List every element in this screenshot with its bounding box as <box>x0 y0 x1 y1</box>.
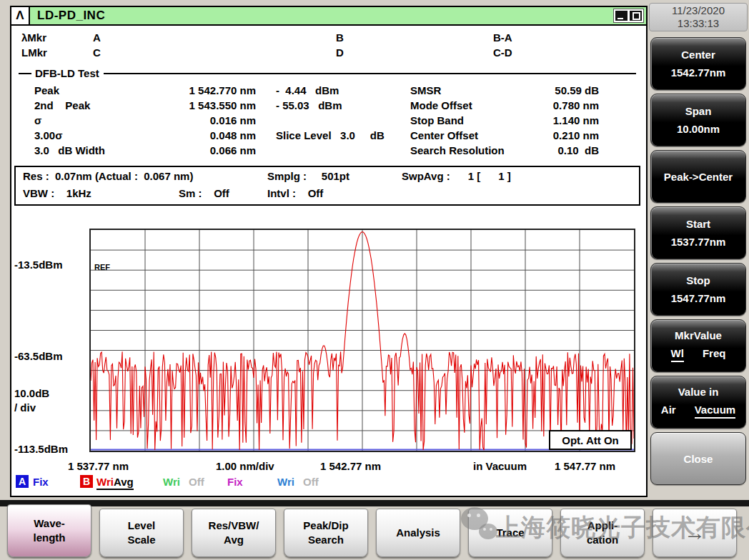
x-axis-start-label: 1 537.77 nm <box>68 460 129 472</box>
trace-c-status: Off <box>189 476 204 488</box>
center-button[interactable]: Center1542.77nm <box>650 37 746 90</box>
trace-b-chip: B <box>80 475 93 488</box>
meas-value-nm: 0.066 nm <box>156 143 256 158</box>
meas-label: Center Offset <box>410 128 532 143</box>
x-axis-medium-label: in Vacuum <box>473 460 527 472</box>
y-axis-mid-label: -63.5dBm <box>14 350 63 362</box>
trace-c-mode: Wri <box>163 476 180 488</box>
meas-value: 0.210 nm <box>532 128 599 143</box>
tab-peak-dip-search[interactable]: Peak/DipSearch <box>284 509 368 557</box>
close-button[interactable]: Close <box>650 432 746 485</box>
meas-value-nm: 0.048 nm <box>156 128 256 143</box>
res-setting: Res : 0.07nm (Actual : 0.067 nm) <box>23 170 193 182</box>
y-axis-scale-label2: / div <box>14 401 36 414</box>
meas-label: SMSR <box>410 83 532 98</box>
meas-value-dbm: - 4.44 dBm <box>256 83 385 98</box>
meas-value: 50.59 dB <box>532 83 599 98</box>
peak-to-center-button[interactable]: Peak->Center <box>650 150 746 203</box>
value-in-air-option[interactable]: Air <box>661 404 676 419</box>
trace-b-mode: WriAvg <box>96 476 134 490</box>
meas-value-nm: 1 543.550 nm <box>156 98 256 113</box>
osa-screen: Λ LD-PD_INC λMkr A B B-A LMkr C D C-D DF… <box>0 0 749 560</box>
stop-button[interactable]: Stop1547.77nm <box>650 263 746 316</box>
window-title: LD-PD_INC <box>37 9 105 23</box>
anritsu-logo-icon: Λ <box>11 7 30 24</box>
meas-value-nm: 0.016 nm <box>156 113 256 128</box>
level-marker-label: LMkr <box>21 46 47 59</box>
marker-d: D <box>336 46 344 59</box>
marker-a: A <box>93 31 101 44</box>
meas-label: Stop Band <box>410 113 532 128</box>
meas-value: 1.140 nm <box>532 113 599 128</box>
tab-analysis[interactable]: Analysis <box>376 509 460 557</box>
meas-label: 3.00σ <box>34 128 156 143</box>
bottom-divider-strip <box>0 500 749 506</box>
sweep-settings-box: Res : 0.07nm (Actual : 0.067 nm) Smplg :… <box>14 166 640 206</box>
meas-label: Search Resolution <box>410 143 532 158</box>
interval-setting: Intvl : Off <box>267 187 323 199</box>
start-button[interactable]: Start1537.77nm <box>650 206 746 259</box>
trace-e-mode: Wri <box>277 476 294 488</box>
next-page-arrow-icon: → <box>684 522 705 544</box>
marker-c-d: C-D <box>493 46 512 59</box>
tab-trace[interactable]: Trace <box>468 509 552 557</box>
span-button[interactable]: Span10.00nm <box>650 94 746 146</box>
meas-value: 0.10 dB <box>532 143 599 158</box>
start-value: 1537.77nm <box>671 236 726 248</box>
x-axis-center-label: 1 542.77 nm <box>320 460 381 472</box>
meas-label: Peak <box>34 83 156 98</box>
y-axis-scale-label: 10.0dB <box>14 387 49 399</box>
meas-label: 3.0 dB Width <box>34 143 156 158</box>
tab-level-scale[interactable]: LevelScale <box>99 509 184 557</box>
window-controls <box>613 9 644 23</box>
trace-d-mode: Fix <box>227 476 243 488</box>
meas-value-dbm: - 55.03 dBm <box>256 98 385 113</box>
minimize-icon[interactable] <box>615 11 628 21</box>
meas-label: Mode Offset <box>410 98 532 113</box>
analysis-section-title: DFB-LD Test <box>35 67 99 79</box>
center-value: 1542.77nm <box>671 66 726 79</box>
meas-value-nm: 1 542.770 nm <box>156 83 256 98</box>
tab-res-vbw-avg[interactable]: Res/VBW/Avg <box>192 509 276 557</box>
smoothing-setting: Sm : Off <box>179 187 229 199</box>
slice-level: Slice Level 3.0 dB <box>256 128 385 143</box>
ref-line-label: REF <box>94 263 110 271</box>
tab-application[interactable]: Appli-cation <box>560 509 645 557</box>
more-menus-button[interactable]: → <box>653 509 737 557</box>
trace-e-status: Off <box>303 476 319 488</box>
value-in-vacuum-option[interactable]: Vacuum <box>695 404 736 419</box>
tab-wavelength[interactable]: Wave-length <box>7 504 91 557</box>
marker-c: C <box>93 46 101 59</box>
analysis-section-divider: DFB-LD Test <box>19 67 636 79</box>
date-text: 11/23/2020 <box>672 4 725 17</box>
trace-a-mode: Fix <box>33 476 49 488</box>
marker-b-a: B-A <box>493 31 512 44</box>
span-value: 10.00nm <box>677 123 720 135</box>
maximize-icon[interactable] <box>630 11 642 21</box>
trace-a-chip: A <box>16 475 29 488</box>
marker-value-toggle[interactable]: MkrValue WlFreq <box>650 319 746 372</box>
marker-value-freq-option[interactable]: Freq <box>703 347 726 362</box>
meas-label: 2nd Peak <box>34 98 156 113</box>
y-axis-ref-label: -13.5dBm <box>14 259 63 271</box>
logo-glyph: Λ <box>16 9 24 23</box>
x-axis-scale-label: 1.00 nm/div <box>216 460 274 472</box>
meas-label: σ <box>34 113 156 128</box>
peak-measurements: Peak1 542.770 nm- 4.44 dBm 2nd Peak1 543… <box>34 83 385 158</box>
optical-attenuator-status: Opt. Att On <box>549 430 632 450</box>
spectrum-plot <box>89 229 635 452</box>
datetime-display: 11/23/2020 13:33:13 <box>649 3 748 31</box>
time-text: 13:33:13 <box>678 17 719 30</box>
meas-value: 0.780 nm <box>532 98 599 113</box>
marker-value-wl-option[interactable]: Wl <box>671 347 684 362</box>
stop-value: 1547.77nm <box>671 292 726 304</box>
smsr-measurements: SMSR50.59 dB Mode Offset0.780 nm Stop Ba… <box>410 83 599 158</box>
y-axis-bottom-label: -113.5dBm <box>14 443 68 455</box>
spectrum-trace-svg <box>91 230 634 451</box>
vbw-setting: VBW : 1kHz <box>23 187 91 199</box>
value-in-toggle[interactable]: Value in AirVacuum <box>650 376 746 429</box>
sampling-setting: Smplg : 501pt <box>267 170 349 182</box>
sweep-average-setting: SwpAvg : 1 [ 1 ] <box>402 170 511 182</box>
marker-b: B <box>336 31 344 44</box>
x-axis-stop-label: 1 547.77 nm <box>555 460 615 472</box>
